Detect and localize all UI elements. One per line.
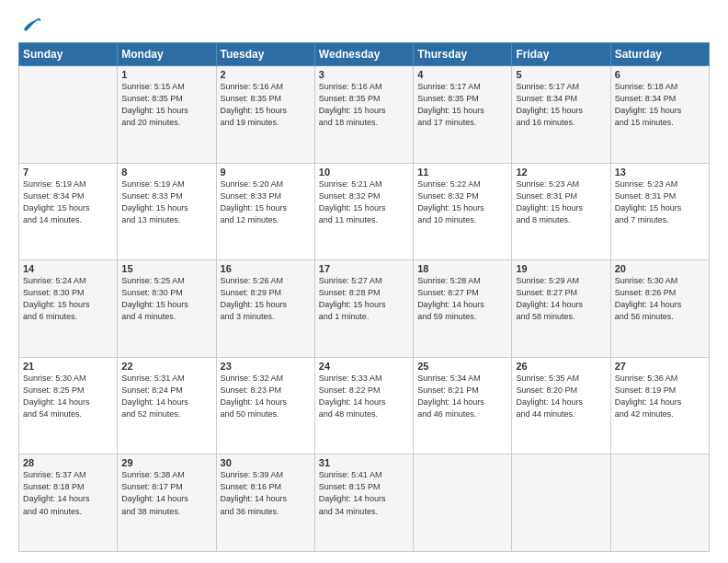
day-number: 26 [516,361,606,372]
calendar-cell: 9Sunrise: 5:20 AMSunset: 8:33 PMDaylight… [216,163,314,260]
calendar-cell: 14Sunrise: 5:24 AMSunset: 8:30 PMDayligh… [19,260,118,358]
day-number: 24 [319,361,409,372]
calendar-week-row: 28Sunrise: 5:37 AMSunset: 8:18 PMDayligh… [19,454,710,552]
day-info: Sunrise: 5:21 AMSunset: 8:32 PMDaylight:… [319,178,409,226]
weekday-header-friday: Friday [512,43,610,66]
day-info: Sunrise: 5:16 AMSunset: 8:35 PMDaylight:… [319,81,409,129]
calendar-cell: 13Sunrise: 5:23 AMSunset: 8:31 PMDayligh… [610,163,709,260]
day-info: Sunrise: 5:37 AMSunset: 8:18 PMDaylight:… [23,469,113,517]
calendar-week-row: 7Sunrise: 5:19 AMSunset: 8:34 PMDaylight… [19,163,710,260]
day-info: Sunrise: 5:20 AMSunset: 8:33 PMDaylight:… [221,178,311,226]
calendar-cell: 27Sunrise: 5:36 AMSunset: 8:19 PMDayligh… [610,357,709,454]
calendar-cell: 29Sunrise: 5:38 AMSunset: 8:17 PMDayligh… [118,454,216,552]
calendar-cell: 21Sunrise: 5:30 AMSunset: 8:25 PMDayligh… [19,357,118,454]
weekday-header-thursday: Thursday [414,43,512,66]
day-number: 1 [121,69,211,80]
day-number: 17 [319,263,409,274]
logo [18,17,42,33]
day-info: Sunrise: 5:30 AMSunset: 8:26 PMDaylight:… [615,275,705,323]
calendar-cell: 16Sunrise: 5:26 AMSunset: 8:29 PMDayligh… [216,260,314,358]
day-number: 31 [319,457,409,468]
day-info: Sunrise: 5:39 AMSunset: 8:16 PMDaylight:… [221,469,311,517]
calendar-cell: 23Sunrise: 5:32 AMSunset: 8:23 PMDayligh… [216,357,314,454]
day-number: 7 [23,167,113,178]
weekday-header-sunday: Sunday [19,43,118,66]
page: SundayMondayTuesdayWednesdayThursdayFrid… [0,0,728,563]
day-number: 18 [417,263,507,274]
calendar-week-row: 14Sunrise: 5:24 AMSunset: 8:30 PMDayligh… [19,260,710,358]
day-info: Sunrise: 5:28 AMSunset: 8:27 PMDaylight:… [417,275,507,323]
calendar-cell: 22Sunrise: 5:31 AMSunset: 8:24 PMDayligh… [118,357,216,454]
day-number: 4 [417,69,507,80]
day-number: 21 [23,361,113,372]
day-number: 25 [417,361,507,372]
day-number: 14 [23,263,113,274]
weekday-header-wednesday: Wednesday [314,43,413,66]
calendar-cell: 28Sunrise: 5:37 AMSunset: 8:18 PMDayligh… [19,454,118,552]
calendar-cell: 26Sunrise: 5:35 AMSunset: 8:20 PMDayligh… [512,357,610,454]
calendar-cell: 25Sunrise: 5:34 AMSunset: 8:21 PMDayligh… [414,357,512,454]
day-info: Sunrise: 5:32 AMSunset: 8:23 PMDaylight:… [221,373,311,420]
calendar-cell [512,454,610,552]
day-info: Sunrise: 5:15 AMSunset: 8:35 PMDaylight:… [121,81,211,129]
day-info: Sunrise: 5:33 AMSunset: 8:22 PMDaylight:… [319,373,409,420]
day-number: 23 [221,361,311,372]
day-number: 11 [417,167,507,178]
day-info: Sunrise: 5:22 AMSunset: 8:32 PMDaylight:… [417,178,507,226]
calendar-cell: 5Sunrise: 5:17 AMSunset: 8:34 PMDaylight… [512,66,610,164]
day-info: Sunrise: 5:30 AMSunset: 8:25 PMDaylight:… [23,373,113,420]
weekday-header-monday: Monday [118,43,216,66]
calendar-header: SundayMondayTuesdayWednesdayThursdayFrid… [19,43,710,66]
calendar-table: SundayMondayTuesdayWednesdayThursdayFrid… [18,42,710,552]
day-number: 29 [121,457,211,468]
day-info: Sunrise: 5:23 AMSunset: 8:31 PMDaylight:… [516,178,606,226]
day-number: 20 [615,263,705,274]
day-info: Sunrise: 5:23 AMSunset: 8:31 PMDaylight:… [615,178,705,226]
day-number: 3 [319,69,409,80]
day-info: Sunrise: 5:36 AMSunset: 8:19 PMDaylight:… [615,373,705,420]
day-info: Sunrise: 5:34 AMSunset: 8:21 PMDaylight:… [417,373,507,420]
calendar-cell: 31Sunrise: 5:41 AMSunset: 8:15 PMDayligh… [314,454,413,552]
day-info: Sunrise: 5:25 AMSunset: 8:30 PMDaylight:… [121,275,211,323]
day-info: Sunrise: 5:16 AMSunset: 8:35 PMDaylight:… [221,81,311,129]
calendar-cell: 2Sunrise: 5:16 AMSunset: 8:35 PMDaylight… [216,66,314,164]
weekday-header-tuesday: Tuesday [216,43,314,66]
calendar-cell: 19Sunrise: 5:29 AMSunset: 8:27 PMDayligh… [512,260,610,358]
day-info: Sunrise: 5:27 AMSunset: 8:28 PMDaylight:… [319,275,409,323]
day-number: 5 [516,69,606,80]
calendar-cell: 4Sunrise: 5:17 AMSunset: 8:35 PMDaylight… [414,66,512,164]
weekday-header-saturday: Saturday [610,43,709,66]
day-number: 6 [615,69,705,80]
day-number: 30 [221,457,311,468]
day-info: Sunrise: 5:31 AMSunset: 8:24 PMDaylight:… [121,373,211,420]
day-info: Sunrise: 5:38 AMSunset: 8:17 PMDaylight:… [121,469,211,517]
day-number: 13 [615,167,705,178]
day-number: 19 [516,263,606,274]
day-number: 15 [121,263,211,274]
calendar-cell: 17Sunrise: 5:27 AMSunset: 8:28 PMDayligh… [314,260,413,358]
day-number: 22 [121,361,211,372]
calendar-cell: 10Sunrise: 5:21 AMSunset: 8:32 PMDayligh… [314,163,413,260]
calendar-cell [414,454,512,552]
calendar-cell: 30Sunrise: 5:39 AMSunset: 8:16 PMDayligh… [216,454,314,552]
calendar-cell: 12Sunrise: 5:23 AMSunset: 8:31 PMDayligh… [512,163,610,260]
day-info: Sunrise: 5:26 AMSunset: 8:29 PMDaylight:… [221,275,311,323]
calendar-cell: 8Sunrise: 5:19 AMSunset: 8:33 PMDaylight… [118,163,216,260]
calendar-cell: 24Sunrise: 5:33 AMSunset: 8:22 PMDayligh… [314,357,413,454]
calendar-cell: 6Sunrise: 5:18 AMSunset: 8:34 PMDaylight… [610,66,709,164]
header [18,17,710,33]
day-number: 16 [221,263,311,274]
day-info: Sunrise: 5:18 AMSunset: 8:34 PMDaylight:… [615,81,705,129]
day-info: Sunrise: 5:19 AMSunset: 8:33 PMDaylight:… [121,178,211,226]
day-number: 12 [516,167,606,178]
calendar-cell [610,454,709,552]
day-number: 2 [221,69,311,80]
day-number: 28 [23,457,113,468]
calendar-cell: 1Sunrise: 5:15 AMSunset: 8:35 PMDaylight… [118,66,216,164]
day-info: Sunrise: 5:17 AMSunset: 8:35 PMDaylight:… [417,81,507,129]
logo-bird-icon [22,17,42,33]
calendar-cell: 11Sunrise: 5:22 AMSunset: 8:32 PMDayligh… [414,163,512,260]
day-number: 27 [615,361,705,372]
calendar-week-row: 1Sunrise: 5:15 AMSunset: 8:35 PMDaylight… [19,66,710,164]
day-info: Sunrise: 5:35 AMSunset: 8:20 PMDaylight:… [516,373,606,420]
